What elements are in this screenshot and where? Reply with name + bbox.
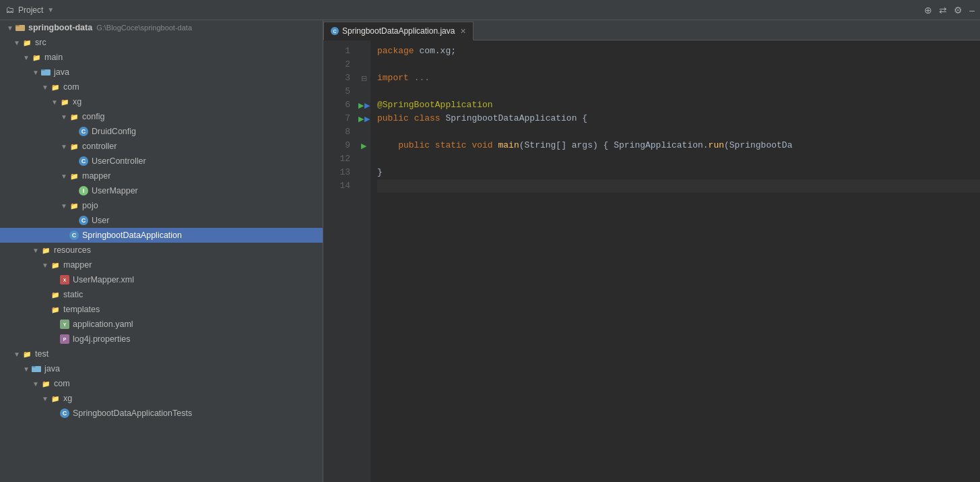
tree-item-resources[interactable]: ▼ 📁 resources xyxy=(0,243,323,258)
line-num-9: 9 xyxy=(323,139,350,152)
class-icon-druidconfig: C xyxy=(78,126,89,137)
props-icon-log4j: P xyxy=(59,334,70,344)
svg-rect-3 xyxy=(41,69,45,71)
project-icon: 🗂 xyxy=(5,5,14,15)
xml-icon-usermapper: X xyxy=(59,274,70,285)
folder-icon-main: 📁 xyxy=(31,52,42,63)
line-num-14: 14 xyxy=(323,179,350,193)
gutter-12 xyxy=(357,152,370,166)
project-path: G:\BlogCoce\springboot-data xyxy=(96,24,192,32)
code-line-6: @SpringBootApplication xyxy=(377,98,980,112)
gutter-6-run-debug[interactable]: ▶ ▶ xyxy=(357,98,370,112)
tree-item-usermapper-xml[interactable]: X UserMapper.xml xyxy=(0,272,323,287)
tree-item-static[interactable]: 📁 static xyxy=(0,287,323,302)
folder-icon-templates: 📁 xyxy=(50,304,61,315)
gutter-1 xyxy=(357,44,370,58)
tree-item-application-yaml[interactable]: Y application.yaml xyxy=(0,317,323,332)
main-layout: ▼ springboot-data G:\BlogCoce\springboot… xyxy=(0,20,980,482)
line-num-8: 8 xyxy=(323,125,350,139)
gutter-9-run[interactable]: ▶ xyxy=(357,139,370,152)
line-num-1: 1 xyxy=(323,44,350,58)
tree-item-mapper-res[interactable]: ▼ 📁 mapper xyxy=(0,258,323,272)
svg-rect-5 xyxy=(32,366,36,367)
tree-item-test-xg[interactable]: ▼ 📁 xg xyxy=(0,391,323,406)
code-line-2 xyxy=(377,58,980,71)
class-icon-springbootdataapptests: C xyxy=(59,408,70,419)
code-line-8 xyxy=(377,125,980,139)
tree-item-springbootdataapptests[interactable]: C SpringbootDataApplicationTests xyxy=(0,406,323,421)
title-bar-icons: ⊕ ⇄ ⚙ – xyxy=(924,5,975,16)
tree-item-mapper[interactable]: ▼ 📁 mapper xyxy=(0,169,323,183)
code-editor: 1 2 3 5 6 7 8 9 12 13 14 ⊟ xyxy=(323,40,980,482)
tree-item-src[interactable]: ▼ 📁 src xyxy=(0,35,323,50)
code-line-14 xyxy=(377,179,980,193)
folder-icon-static: 📁 xyxy=(50,289,61,300)
class-icon-usermapper: I xyxy=(78,185,89,196)
svg-rect-1 xyxy=(15,25,20,26)
folder-icon-test-java xyxy=(31,363,42,374)
line-numbers: 1 2 3 5 6 7 8 9 12 13 14 xyxy=(323,40,357,482)
tree-item-test[interactable]: ▼ 📁 test xyxy=(0,347,323,361)
tree-item-log4j-props[interactable]: P log4j.properties xyxy=(0,332,323,347)
tree-item-java[interactable]: ▼ java xyxy=(0,65,323,80)
tree-item-pojo[interactable]: ▼ 📁 pojo xyxy=(0,198,323,213)
folder-icon-controller: 📁 xyxy=(69,141,79,152)
folder-icon-java xyxy=(40,67,51,78)
tab-java-icon: C xyxy=(331,27,339,35)
gutter: ⊟ ▶ ▶ ▶ ▶ ▶ xyxy=(357,40,370,482)
project-name: springboot-data xyxy=(28,23,92,32)
line-num-5: 5 xyxy=(323,85,350,98)
settings-icon[interactable]: ⚙ xyxy=(954,5,962,16)
folder-icon-resources: 📁 xyxy=(40,245,51,255)
code-content[interactable]: package com.xg; import ... @SpringBootAp… xyxy=(370,40,980,482)
tree-item-springbootdataapp[interactable]: C SpringbootDataApplication xyxy=(0,228,323,243)
project-sidebar: ▼ springboot-data G:\BlogCoce\springboot… xyxy=(0,20,323,482)
code-line-1: package com.xg; xyxy=(377,44,980,58)
tree-item-main[interactable]: ▼ 📁 main xyxy=(0,50,323,65)
code-line-5 xyxy=(377,85,980,98)
project-root[interactable]: ▼ springboot-data G:\BlogCoce\springboot… xyxy=(0,20,323,35)
add-icon[interactable]: ⊕ xyxy=(924,5,932,16)
tree-item-user[interactable]: C User xyxy=(0,213,323,228)
gutter-14 xyxy=(357,179,370,193)
code-line-12 xyxy=(377,152,980,166)
line-num-6: 6 xyxy=(323,98,350,112)
minimize-icon[interactable]: – xyxy=(969,5,975,16)
code-line-3: import ... xyxy=(377,71,980,85)
tree-item-usercontroller[interactable]: C UserController xyxy=(0,154,323,169)
project-label[interactable]: Project xyxy=(18,5,43,15)
dropdown-arrow[interactable]: ▼ xyxy=(47,6,54,13)
gutter-7-run[interactable]: ▶ ▶ xyxy=(357,112,370,125)
folder-icon-config: 📁 xyxy=(69,111,79,122)
code-line-7: public class SpringbootDataApplication { xyxy=(377,112,980,125)
tab-close-button[interactable]: ✕ xyxy=(460,27,466,36)
line-num-13: 13 xyxy=(323,166,350,179)
line-num-3: 3 xyxy=(323,71,350,85)
tab-bar: C SpringbootDataApplication.java ✕ xyxy=(323,20,980,40)
tree-item-test-java[interactable]: ▼ java xyxy=(0,361,323,376)
code-line-13: } xyxy=(377,166,980,179)
title-bar-left: 🗂 Project ▼ xyxy=(5,5,54,15)
tree-item-usermapper[interactable]: I UserMapper xyxy=(0,183,323,198)
code-line-9: public static void main ( String [] args… xyxy=(377,139,980,152)
folder-icon-src: 📁 xyxy=(22,37,32,48)
sync-icon[interactable]: ⇄ xyxy=(939,5,947,16)
tree-item-test-com[interactable]: ▼ 📁 com xyxy=(0,376,323,391)
folder-icon-xg: 📁 xyxy=(59,96,70,107)
tree-item-controller[interactable]: ▼ 📁 controller xyxy=(0,139,323,154)
tree-item-templates[interactable]: 📁 templates xyxy=(0,302,323,317)
folder-icon-com: 📁 xyxy=(50,82,61,92)
tab-springbootdataapp[interactable]: C SpringbootDataApplication.java ✕ xyxy=(323,22,473,40)
editor-area: C SpringbootDataApplication.java ✕ 1 2 3… xyxy=(323,20,980,482)
gutter-2 xyxy=(357,58,370,71)
tree-item-config[interactable]: ▼ 📁 config xyxy=(0,109,323,124)
root-folder-icon xyxy=(15,22,26,33)
tree-item-xg[interactable]: ▼ 📁 xg xyxy=(0,94,323,109)
tree-item-druidconfig[interactable]: C DruidConfig xyxy=(0,124,323,139)
folder-icon-test: 📁 xyxy=(22,349,32,359)
folder-icon-test-com: 📁 xyxy=(40,378,51,389)
gutter-3-fold[interactable]: ⊟ xyxy=(357,71,370,85)
tree-item-com[interactable]: ▼ 📁 com xyxy=(0,80,323,94)
line-num-12: 12 xyxy=(323,152,350,166)
line-num-7: 7 xyxy=(323,112,350,125)
